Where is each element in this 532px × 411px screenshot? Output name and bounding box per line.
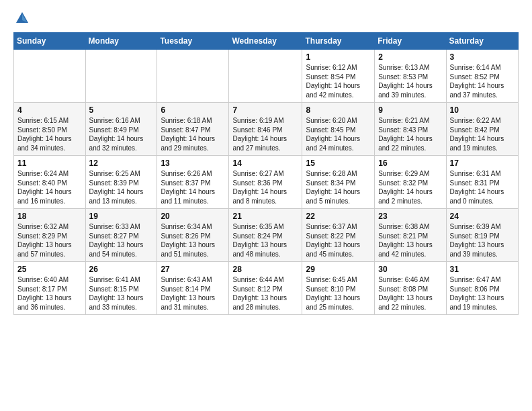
day-number: 22 xyxy=(306,212,371,221)
day-number: 20 xyxy=(161,212,225,221)
calendar-day-cell: 16Sunrise: 6:29 AMSunset: 8:32 PMDayligh… xyxy=(375,156,446,209)
day-info: Sunrise: 6:16 AMSunset: 8:49 PMDaylight:… xyxy=(89,116,154,152)
day-number: 11 xyxy=(17,158,82,168)
day-info: Sunrise: 6:15 AMSunset: 8:50 PMDaylight:… xyxy=(17,116,82,152)
day-info: Sunrise: 6:26 AMSunset: 8:37 PMDaylight:… xyxy=(161,169,225,205)
day-number: 16 xyxy=(378,158,442,168)
day-number: 4 xyxy=(17,105,82,115)
calendar-week-row: 18Sunrise: 6:32 AMSunset: 8:29 PMDayligh… xyxy=(14,209,519,262)
day-number: 24 xyxy=(450,212,515,221)
calendar-week-row: 25Sunrise: 6:40 AMSunset: 8:17 PMDayligh… xyxy=(14,262,519,315)
day-number: 15 xyxy=(306,158,371,168)
day-info: Sunrise: 6:31 AMSunset: 8:31 PMDaylight:… xyxy=(450,169,515,205)
day-info: Sunrise: 6:41 AMSunset: 8:15 PMDaylight:… xyxy=(89,275,154,312)
calendar-day-cell: 25Sunrise: 6:40 AMSunset: 8:17 PMDayligh… xyxy=(14,262,86,315)
day-number: 9 xyxy=(378,105,442,115)
day-number: 25 xyxy=(17,265,82,274)
calendar-day-cell: 26Sunrise: 6:41 AMSunset: 8:15 PMDayligh… xyxy=(85,262,157,315)
calendar-week-row: 11Sunrise: 6:24 AMSunset: 8:40 PMDayligh… xyxy=(14,156,519,209)
calendar-day-cell: 15Sunrise: 6:28 AMSunset: 8:34 PMDayligh… xyxy=(302,156,375,209)
logo xyxy=(13,11,30,26)
day-number: 29 xyxy=(306,265,371,274)
day-number: 28 xyxy=(232,265,298,274)
day-info: Sunrise: 6:29 AMSunset: 8:32 PMDaylight:… xyxy=(378,169,442,205)
day-number: 1 xyxy=(306,52,371,62)
calendar-day-cell: 1Sunrise: 6:12 AMSunset: 8:54 PMDaylight… xyxy=(302,50,375,103)
calendar-day-cell: 17Sunrise: 6:31 AMSunset: 8:31 PMDayligh… xyxy=(446,156,518,209)
calendar-day-cell: 4Sunrise: 6:15 AMSunset: 8:50 PMDaylight… xyxy=(14,103,86,156)
calendar-header-row: SundayMondayTuesdayWednesdayThursdayFrid… xyxy=(14,33,519,50)
weekday-header: Thursday xyxy=(302,33,375,50)
calendar-day-cell: 23Sunrise: 6:38 AMSunset: 8:21 PMDayligh… xyxy=(375,209,446,262)
calendar-day-cell: 7Sunrise: 6:19 AMSunset: 8:46 PMDaylight… xyxy=(229,103,302,156)
day-info: Sunrise: 6:37 AMSunset: 8:22 PMDaylight:… xyxy=(306,222,371,259)
day-number: 6 xyxy=(161,105,225,115)
calendar-table: SundayMondayTuesdayWednesdayThursdayFrid… xyxy=(13,32,519,315)
calendar-day-cell xyxy=(14,50,86,103)
day-info: Sunrise: 6:32 AMSunset: 8:29 PMDaylight:… xyxy=(17,222,82,259)
day-info: Sunrise: 6:24 AMSunset: 8:40 PMDaylight:… xyxy=(17,169,82,205)
calendar-day-cell: 29Sunrise: 6:45 AMSunset: 8:10 PMDayligh… xyxy=(302,262,375,315)
day-info: Sunrise: 6:28 AMSunset: 8:34 PMDaylight:… xyxy=(306,169,371,205)
weekday-header: Wednesday xyxy=(229,33,302,50)
day-info: Sunrise: 6:27 AMSunset: 8:36 PMDaylight:… xyxy=(232,169,298,205)
day-number: 14 xyxy=(232,158,298,168)
day-info: Sunrise: 6:12 AMSunset: 8:54 PMDaylight:… xyxy=(306,63,371,99)
weekday-header: Saturday xyxy=(446,33,518,50)
calendar-day-cell xyxy=(157,50,229,103)
day-number: 12 xyxy=(89,158,154,168)
day-number: 8 xyxy=(306,105,371,115)
day-info: Sunrise: 6:20 AMSunset: 8:45 PMDaylight:… xyxy=(306,116,371,152)
calendar-day-cell: 22Sunrise: 6:37 AMSunset: 8:22 PMDayligh… xyxy=(302,209,375,262)
day-info: Sunrise: 6:45 AMSunset: 8:10 PMDaylight:… xyxy=(306,275,371,312)
calendar-day-cell: 31Sunrise: 6:47 AMSunset: 8:06 PMDayligh… xyxy=(446,262,518,315)
day-info: Sunrise: 6:18 AMSunset: 8:47 PMDaylight:… xyxy=(161,116,225,152)
day-number: 7 xyxy=(232,105,298,115)
day-info: Sunrise: 6:44 AMSunset: 8:12 PMDaylight:… xyxy=(232,275,298,312)
calendar-day-cell: 2Sunrise: 6:13 AMSunset: 8:53 PMDaylight… xyxy=(375,50,446,103)
calendar-day-cell: 24Sunrise: 6:39 AMSunset: 8:19 PMDayligh… xyxy=(446,209,518,262)
calendar-day-cell: 28Sunrise: 6:44 AMSunset: 8:12 PMDayligh… xyxy=(229,262,302,315)
day-number: 18 xyxy=(17,212,82,221)
calendar-day-cell: 12Sunrise: 6:25 AMSunset: 8:39 PMDayligh… xyxy=(85,156,157,209)
day-number: 3 xyxy=(450,52,515,62)
day-number: 19 xyxy=(89,212,154,221)
day-number: 17 xyxy=(450,158,515,168)
page: SundayMondayTuesdayWednesdayThursdayFrid… xyxy=(0,0,532,322)
calendar-week-row: 4Sunrise: 6:15 AMSunset: 8:50 PMDaylight… xyxy=(14,103,519,156)
calendar-day-cell: 13Sunrise: 6:26 AMSunset: 8:37 PMDayligh… xyxy=(157,156,229,209)
day-number: 23 xyxy=(378,212,442,221)
day-number: 21 xyxy=(232,212,298,221)
calendar-day-cell: 9Sunrise: 6:21 AMSunset: 8:43 PMDaylight… xyxy=(375,103,446,156)
header xyxy=(13,11,519,26)
day-number: 26 xyxy=(89,265,154,274)
day-info: Sunrise: 6:21 AMSunset: 8:43 PMDaylight:… xyxy=(378,116,442,152)
calendar-day-cell: 19Sunrise: 6:33 AMSunset: 8:27 PMDayligh… xyxy=(85,209,157,262)
calendar-day-cell xyxy=(85,50,157,103)
day-info: Sunrise: 6:46 AMSunset: 8:08 PMDaylight:… xyxy=(378,275,442,312)
calendar-day-cell: 20Sunrise: 6:34 AMSunset: 8:26 PMDayligh… xyxy=(157,209,229,262)
day-info: Sunrise: 6:43 AMSunset: 8:14 PMDaylight:… xyxy=(161,275,225,312)
weekday-header: Monday xyxy=(85,33,157,50)
day-number: 2 xyxy=(378,52,442,62)
day-info: Sunrise: 6:22 AMSunset: 8:42 PMDaylight:… xyxy=(450,116,515,152)
day-number: 13 xyxy=(161,158,225,168)
calendar-day-cell: 18Sunrise: 6:32 AMSunset: 8:29 PMDayligh… xyxy=(14,209,86,262)
day-info: Sunrise: 6:39 AMSunset: 8:19 PMDaylight:… xyxy=(450,222,515,259)
day-number: 10 xyxy=(450,105,515,115)
calendar-day-cell: 6Sunrise: 6:18 AMSunset: 8:47 PMDaylight… xyxy=(157,103,229,156)
day-info: Sunrise: 6:38 AMSunset: 8:21 PMDaylight:… xyxy=(378,222,442,259)
day-info: Sunrise: 6:14 AMSunset: 8:52 PMDaylight:… xyxy=(450,63,515,99)
day-number: 30 xyxy=(378,265,442,274)
day-info: Sunrise: 6:35 AMSunset: 8:24 PMDaylight:… xyxy=(232,222,298,259)
calendar-week-row: 1Sunrise: 6:12 AMSunset: 8:54 PMDaylight… xyxy=(14,50,519,103)
day-number: 27 xyxy=(161,265,225,274)
day-info: Sunrise: 6:47 AMSunset: 8:06 PMDaylight:… xyxy=(450,275,515,312)
calendar-day-cell xyxy=(229,50,302,103)
calendar-day-cell: 8Sunrise: 6:20 AMSunset: 8:45 PMDaylight… xyxy=(302,103,375,156)
day-info: Sunrise: 6:19 AMSunset: 8:46 PMDaylight:… xyxy=(232,116,298,152)
calendar-day-cell: 21Sunrise: 6:35 AMSunset: 8:24 PMDayligh… xyxy=(229,209,302,262)
day-number: 5 xyxy=(89,105,154,115)
calendar-day-cell: 5Sunrise: 6:16 AMSunset: 8:49 PMDaylight… xyxy=(85,103,157,156)
weekday-header: Tuesday xyxy=(157,33,229,50)
